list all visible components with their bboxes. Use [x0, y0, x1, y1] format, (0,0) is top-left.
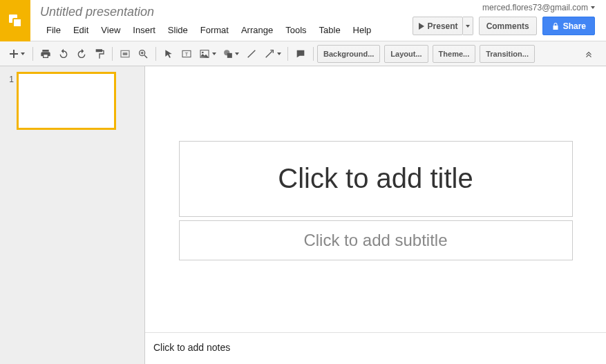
- menu-edit[interactable]: Edit: [67, 22, 95, 38]
- workspace: 1 Click to add title Click to add subtit…: [0, 66, 606, 364]
- zoom-button[interactable]: [134, 45, 152, 63]
- svg-rect-3: [123, 52, 128, 55]
- image-icon: [199, 48, 210, 59]
- textbox-button[interactable]: T: [178, 45, 196, 63]
- svg-line-15: [265, 51, 272, 57]
- filmstrip[interactable]: 1: [0, 66, 145, 364]
- user-menu[interactable]: merced.flores73@gmail.com: [482, 3, 595, 12]
- chevron-down-icon: [466, 25, 470, 28]
- line-icon: [246, 48, 257, 59]
- new-slide-button[interactable]: [6, 45, 29, 63]
- present-button[interactable]: Present: [413, 17, 463, 35]
- svg-line-5: [144, 55, 147, 58]
- expand-toolbar-button[interactable]: [580, 45, 598, 63]
- share-label: Share: [563, 21, 586, 31]
- arrow-icon: [264, 48, 275, 59]
- arrow-button[interactable]: [261, 45, 284, 63]
- separator: [112, 47, 113, 61]
- menu-slide[interactable]: Slide: [162, 22, 194, 38]
- select-tool-button[interactable]: [160, 45, 178, 63]
- slide-stage[interactable]: Click to add title Click to add subtitle: [145, 66, 606, 332]
- undo-button[interactable]: [55, 45, 73, 63]
- header-main: Untitled presentation File Edit View Ins…: [30, 0, 413, 38]
- present-label: Present: [428, 21, 458, 31]
- canvas-area: Click to add title Click to add subtitle…: [145, 66, 606, 364]
- print-icon: [40, 48, 51, 59]
- menu-arrange[interactable]: Arrange: [235, 22, 279, 38]
- chevron-down-icon: [591, 6, 595, 9]
- lock-icon: [551, 22, 560, 30]
- paint-format-button[interactable]: [91, 45, 108, 63]
- layout-button[interactable]: Layout...: [384, 45, 428, 63]
- separator: [32, 47, 33, 61]
- chevron-down-icon: [212, 52, 216, 55]
- separator: [287, 47, 288, 61]
- svg-point-11: [202, 51, 204, 53]
- theme-button[interactable]: Theme...: [433, 45, 476, 63]
- fit-icon: [120, 48, 131, 59]
- zoom-icon: [138, 48, 149, 59]
- present-dropdown-button[interactable]: [463, 17, 473, 35]
- user-email-text: merced.flores73@gmail.com: [482, 3, 588, 12]
- comments-button[interactable]: Comments: [479, 17, 537, 35]
- comment-button[interactable]: [292, 45, 310, 63]
- svg-line-14: [248, 50, 256, 57]
- paint-roller-icon: [94, 48, 105, 59]
- slide-thumbnail[interactable]: [18, 73, 115, 128]
- print-button[interactable]: [37, 45, 55, 63]
- zoom-fit-button[interactable]: [116, 45, 134, 63]
- redo-icon: [76, 48, 87, 59]
- separator: [313, 47, 314, 61]
- chevron-down-icon: [21, 52, 25, 55]
- shape-button[interactable]: [219, 45, 243, 63]
- slide-number: 1: [6, 73, 14, 84]
- textbox-icon: T: [181, 48, 192, 59]
- play-icon: [419, 23, 424, 30]
- menu-table[interactable]: Table: [313, 22, 347, 38]
- chevron-down-icon: [235, 52, 239, 55]
- image-button[interactable]: [196, 45, 219, 63]
- comment-icon: [295, 48, 306, 59]
- transition-button[interactable]: Transition...: [480, 45, 535, 63]
- menu-help[interactable]: Help: [347, 22, 378, 38]
- subtitle-placeholder[interactable]: Click to add subtitle: [179, 220, 573, 260]
- redo-button[interactable]: [73, 45, 91, 63]
- app-logo[interactable]: [0, 0, 30, 41]
- doc-title[interactable]: Untitled presentation: [40, 4, 413, 19]
- speaker-notes[interactable]: Click to add notes: [145, 336, 606, 364]
- chevron-down-icon: [277, 52, 281, 55]
- menu-format[interactable]: Format: [194, 22, 235, 38]
- menu-tools[interactable]: Tools: [279, 22, 312, 38]
- menu-view[interactable]: View: [95, 22, 126, 38]
- separator: [155, 47, 156, 61]
- menu-file[interactable]: File: [40, 22, 67, 38]
- cursor-icon: [164, 49, 173, 59]
- toolbar: T Background... Layout... Theme... Trans…: [0, 41, 606, 66]
- background-button[interactable]: Background...: [317, 45, 380, 63]
- share-button[interactable]: Share: [542, 17, 595, 35]
- svg-rect-13: [227, 52, 231, 57]
- title-placeholder[interactable]: Click to add title: [179, 141, 573, 217]
- slides-icon: [7, 12, 23, 29]
- menubar: File Edit View Insert Slide Format Arran…: [40, 22, 413, 38]
- menu-insert[interactable]: Insert: [126, 22, 162, 38]
- header-buttons: Present Comments Share: [413, 17, 595, 35]
- svg-rect-1: [13, 19, 21, 27]
- undo-icon: [58, 48, 69, 59]
- header-right: merced.flores73@gmail.com Present Commen…: [413, 0, 606, 35]
- slide-thumb-row[interactable]: 1: [6, 73, 139, 128]
- chevrons-up-icon: [584, 49, 594, 59]
- svg-text:T: T: [185, 51, 189, 57]
- plus-icon: [10, 50, 18, 58]
- slide[interactable]: Click to add title Click to add subtitle: [165, 72, 587, 307]
- shape-icon: [223, 49, 233, 59]
- header-bar: Untitled presentation File Edit View Ins…: [0, 0, 606, 41]
- line-button[interactable]: [243, 45, 261, 63]
